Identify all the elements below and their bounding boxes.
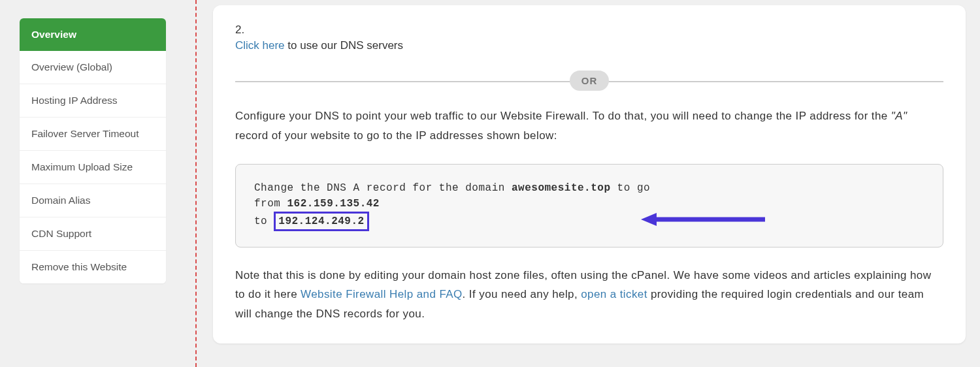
- sidebar-item-cdn-support[interactable]: CDN Support: [20, 217, 166, 251]
- content-card: 2. Click here to use our DNS servers OR …: [213, 5, 966, 343]
- sidebar-item-label: Maximum Upload Size: [31, 161, 133, 172]
- code-domain: awesomesite.top: [512, 182, 611, 194]
- sidebar-item-overview-global[interactable]: Overview (Global): [20, 51, 166, 84]
- sidebar-item-max-upload[interactable]: Maximum Upload Size: [20, 151, 166, 184]
- configure-text-1: Configure your DNS to point your web tra…: [235, 110, 891, 122]
- or-divider: OR: [235, 71, 943, 91]
- vertical-divider: [195, 0, 197, 367]
- sidebar-item-label: Failover Server Timeout: [31, 128, 139, 139]
- or-badge: OR: [570, 71, 610, 91]
- dns-link-line: Click here to use our DNS servers: [235, 39, 943, 52]
- sidebar-item-domain-alias[interactable]: Domain Alias: [20, 184, 166, 217]
- sidebar-menu: Overview Overview (Global) Hosting IP Ad…: [20, 18, 166, 283]
- code-line-1: Change the DNS A record for the domain a…: [254, 180, 924, 196]
- open-ticket-link[interactable]: open a ticket: [581, 288, 647, 300]
- a-record-italic: "A": [891, 110, 907, 122]
- sidebar-item-overview[interactable]: Overview: [20, 18, 166, 51]
- sidebar-item-remove-website[interactable]: Remove this Website: [20, 251, 166, 283]
- configure-text-2: record of your website to go to the IP a…: [235, 129, 557, 142]
- sidebar: Overview Overview (Global) Hosting IP Ad…: [0, 0, 166, 367]
- sidebar-item-label: CDN Support: [31, 228, 91, 239]
- code-line-3: to 192.124.249.2: [254, 212, 924, 231]
- help-faq-link[interactable]: Website Firewall Help and FAQ: [301, 288, 463, 300]
- configure-description: Configure your DNS to point your web tra…: [235, 106, 943, 146]
- code-to-ip-highlight: 192.124.249.2: [274, 212, 368, 231]
- sidebar-item-label: Domain Alias: [31, 195, 90, 206]
- main-panel: 2. Click here to use our DNS servers OR …: [213, 0, 980, 367]
- footer-note: Note that this is done by editing your d…: [235, 266, 943, 324]
- sidebar-item-failover[interactable]: Failover Server Timeout: [20, 118, 166, 151]
- code-line-2: from 162.159.135.42: [254, 196, 924, 212]
- click-suffix: to use our DNS servers: [285, 39, 403, 52]
- sidebar-item-hosting-ip[interactable]: Hosting IP Address: [20, 84, 166, 118]
- sidebar-item-label: Overview (Global): [31, 61, 112, 72]
- sidebar-item-label: Remove this Website: [31, 261, 127, 272]
- sidebar-item-label: Overview: [31, 29, 76, 40]
- step-number: 2.: [235, 24, 943, 37]
- code-from-ip: 162.159.135.42: [287, 198, 380, 210]
- note-text-2: . If you need any help,: [463, 288, 581, 300]
- dns-code-block: Change the DNS A record for the domain a…: [235, 164, 943, 247]
- click-here-link[interactable]: Click here: [235, 39, 285, 52]
- sidebar-item-label: Hosting IP Address: [31, 95, 118, 106]
